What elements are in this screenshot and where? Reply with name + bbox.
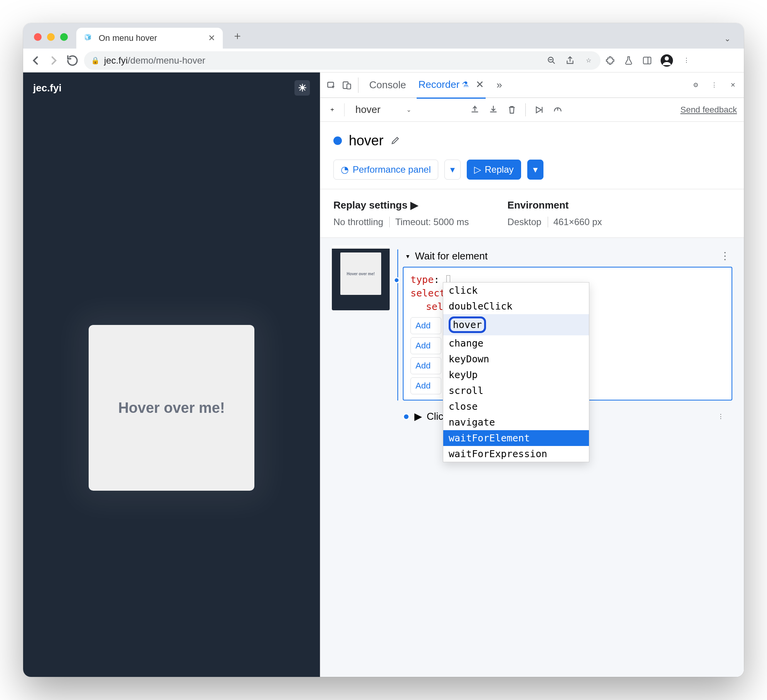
minimize-window-icon[interactable] — [47, 33, 55, 41]
replay-settings-heading[interactable]: Replay settings ▶ — [333, 199, 469, 211]
chevron-right-icon: ▶ — [410, 199, 418, 211]
option-change[interactable]: change — [443, 335, 589, 351]
send-feedback-link[interactable]: Send feedback — [680, 105, 737, 115]
labs-flask-icon[interactable] — [624, 56, 634, 66]
replay-button[interactable]: ▷Replay — [467, 160, 521, 180]
devtools-close-icon[interactable]: ✕ — [728, 80, 738, 90]
tabs-overflow-icon[interactable]: ⌄ — [724, 34, 738, 49]
zoom-out-icon[interactable] — [547, 56, 557, 66]
url-toolbar: 🔒 jec.fyi/demo/menu-hover ☆ ⋮ — [23, 49, 744, 72]
timeline-dot-icon — [403, 413, 410, 420]
timeline: Hover over me! ▼ Wait for element ⋮ type… — [320, 238, 744, 677]
add-button[interactable]: Add — [410, 317, 441, 334]
titlebar: 🧊 On menu hover ✕ ＋ ⌄ — [23, 23, 744, 49]
tab-console[interactable]: Console — [368, 72, 407, 98]
step-menu-icon[interactable]: ⋮ — [718, 413, 724, 420]
favicon-icon: 🧊 — [84, 34, 93, 43]
step-thumbnail: Hover over me! — [332, 246, 390, 310]
throttling-value: No throttling — [333, 217, 383, 227]
extensions-icon[interactable] — [605, 56, 615, 66]
page-viewport: jec.fyi ☀ Hover over me! — [23, 72, 320, 677]
step-menu-icon[interactable]: ⋮ — [720, 250, 730, 262]
gauge-icon: ◔ — [341, 164, 349, 175]
recording-dropdown-icon[interactable]: ⌄ — [406, 106, 411, 113]
reload-button[interactable] — [66, 54, 79, 67]
add-button[interactable]: Add — [410, 357, 441, 374]
viewport-value: 461×660 px — [548, 217, 602, 227]
lock-icon: 🔒 — [91, 56, 99, 65]
new-recording-button[interactable]: ＋ — [327, 105, 337, 115]
settings-row: Replay settings ▶ No throttlingTimeout: … — [320, 189, 744, 238]
environment-heading: Environment — [508, 199, 602, 211]
hover-card[interactable]: Hover over me! — [89, 325, 254, 491]
tabs-overflow-button[interactable]: » — [495, 72, 503, 98]
add-button[interactable]: Add — [410, 377, 441, 394]
step-body: type: selectors sel Add Add Add Add — [403, 267, 732, 400]
profile-avatar-icon[interactable] — [661, 54, 673, 67]
inspect-element-icon[interactable] — [326, 80, 336, 90]
slow-replay-icon[interactable] — [553, 105, 563, 115]
step-header[interactable]: ▼ Wait for element ⋮ — [403, 246, 732, 267]
devtools-tabbar: Console Recorder⚗✕ » ⚙ ⋮ ✕ — [320, 72, 744, 98]
window-controls — [29, 33, 72, 49]
import-icon[interactable] — [488, 105, 498, 115]
recording-header: hover ◔Performance panel ▾ ▷Replay ▾ — [320, 122, 744, 189]
share-icon[interactable] — [565, 56, 575, 66]
omnibox[interactable]: 🔒 jec.fyi/demo/menu-hover ☆ — [84, 51, 600, 70]
back-button[interactable] — [29, 54, 42, 67]
option-click[interactable]: click — [443, 283, 589, 298]
step-wait-for-element: Hover over me! ▼ Wait for element ⋮ type… — [332, 246, 732, 400]
option-doubleclick[interactable]: doubleClick — [443, 298, 589, 314]
recording-name-input[interactable] — [355, 104, 402, 116]
tab-title: On menu hover — [99, 33, 203, 43]
browser-menu-icon[interactable]: ⋮ — [681, 56, 691, 66]
svg-rect-1 — [643, 57, 651, 64]
step-title: Wait for element — [415, 250, 488, 262]
browser-window: 🧊 On menu hover ✕ ＋ ⌄ 🔒 jec.fyi/demo/men… — [23, 23, 744, 677]
page-brand[interactable]: jec.fyi — [33, 82, 62, 94]
settings-gear-icon[interactable]: ⚙ — [691, 80, 701, 90]
close-window-icon[interactable] — [34, 33, 42, 41]
replay-caret[interactable]: ▾ — [527, 160, 543, 180]
timeline-line — [397, 249, 398, 400]
option-navigate[interactable]: navigate — [443, 414, 589, 430]
tab-recorder[interactable]: Recorder⚗✕ — [417, 72, 486, 99]
delete-icon[interactable] — [507, 105, 517, 115]
edit-title-icon[interactable] — [390, 133, 400, 149]
type-autocomplete-dropdown: click doubleClick hover change keyDown k… — [443, 282, 589, 462]
sidepanel-icon[interactable] — [642, 56, 652, 66]
option-keyup[interactable]: keyUp — [443, 367, 589, 383]
flask-icon: ⚗ — [462, 80, 469, 89]
devtools-menu-icon[interactable]: ⋮ — [709, 80, 719, 90]
export-icon[interactable] — [470, 105, 480, 115]
forward-button[interactable] — [47, 54, 61, 67]
bookmark-star-icon[interactable]: ☆ — [584, 56, 594, 66]
tab-recorder-close-icon[interactable]: ✕ — [476, 79, 484, 91]
extension-icons: ⋮ — [605, 54, 694, 67]
option-waitforelement[interactable]: waitForElement — [443, 430, 589, 446]
step-over-icon[interactable] — [534, 105, 544, 115]
play-icon: ▷ — [474, 164, 481, 175]
device-value: Desktop — [508, 217, 542, 227]
tab-close-icon[interactable]: ✕ — [208, 33, 215, 43]
option-hover[interactable]: hover — [443, 314, 589, 335]
recording-title: hover — [349, 133, 384, 149]
expand-icon[interactable]: ▶ — [414, 411, 422, 422]
browser-tab[interactable]: 🧊 On menu hover ✕ — [76, 28, 223, 49]
option-waitforexpression[interactable]: waitForExpression — [443, 446, 589, 462]
url-text: jec.fyi/demo/menu-hover — [104, 55, 205, 66]
device-toolbar-icon[interactable] — [342, 80, 352, 90]
recorder-toolbar: ＋ ⌄ Send feedback — [320, 98, 744, 122]
maximize-window-icon[interactable] — [60, 33, 68, 41]
option-close[interactable]: close — [443, 399, 589, 414]
performance-panel-button[interactable]: ◔Performance panel — [333, 160, 438, 180]
devtools-panel: Console Recorder⚗✕ » ⚙ ⋮ ✕ ＋ ⌄ — [320, 72, 744, 677]
svg-point-2 — [665, 56, 669, 61]
option-keydown[interactable]: keyDown — [443, 351, 589, 367]
add-button[interactable]: Add — [410, 337, 441, 354]
option-scroll[interactable]: scroll — [443, 383, 589, 399]
new-tab-button[interactable]: ＋ — [230, 28, 245, 44]
theme-toggle-button[interactable]: ☀ — [294, 80, 310, 96]
collapse-icon[interactable]: ▼ — [405, 253, 410, 259]
performance-panel-caret[interactable]: ▾ — [444, 160, 461, 180]
